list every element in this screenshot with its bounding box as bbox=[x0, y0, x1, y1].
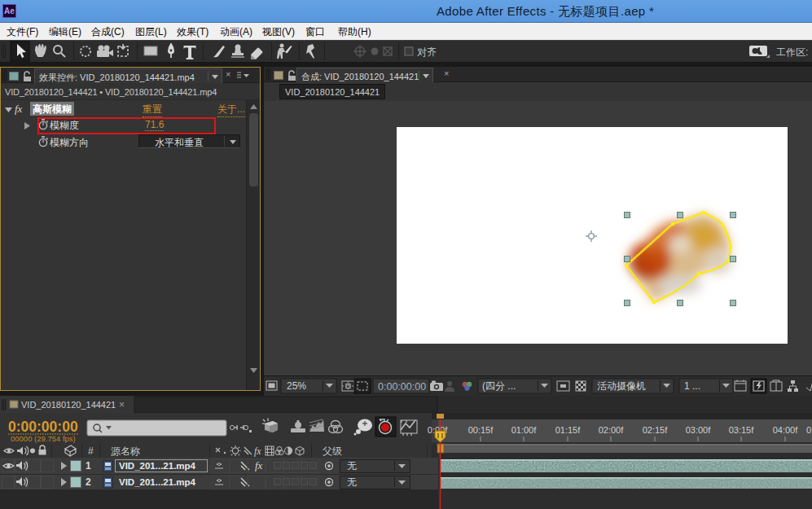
svg-text:00000 (29.754 fps): 00000 (29.754 fps) bbox=[11, 434, 76, 443]
svg-text:03:15f: 03:15f bbox=[729, 425, 755, 435]
svg-text:(四分 ...: (四分 ... bbox=[482, 380, 516, 392]
svg-text:fx: fx bbox=[254, 445, 261, 457]
svg-text:×: × bbox=[119, 399, 125, 410]
svg-text:02:00f: 02:00f bbox=[599, 425, 625, 435]
svg-text:VID_201...21.mp4: VID_201...21.mp4 bbox=[119, 477, 196, 487]
svg-text:父级: 父级 bbox=[323, 445, 342, 457]
svg-text:04:00f: 04:00f bbox=[773, 425, 799, 435]
svg-text:02:15f: 02:15f bbox=[643, 425, 669, 435]
svg-text:VID_201...21.mp4: VID_201...21.mp4 bbox=[119, 461, 196, 471]
svg-text:#: # bbox=[88, 445, 94, 457]
svg-text:00:15f: 00:15f bbox=[468, 425, 494, 435]
svg-text:对齐: 对齐 bbox=[417, 46, 437, 58]
svg-text:01:15f: 01:15f bbox=[555, 425, 582, 435]
svg-text:1 ...: 1 ... bbox=[684, 380, 700, 392]
svg-text:源名称: 源名称 bbox=[111, 445, 140, 457]
svg-text:01:00f: 01:00f bbox=[511, 425, 538, 435]
svg-text:0:00:00:00: 0:00:00:00 bbox=[378, 381, 426, 393]
svg-text:0: 0 bbox=[806, 425, 811, 435]
svg-text:活动摄像机: 活动摄像机 bbox=[597, 380, 646, 392]
svg-text:2: 2 bbox=[86, 476, 91, 488]
svg-text:无: 无 bbox=[347, 460, 357, 472]
svg-text:VID_20180120_144421: VID_20180120_144421 bbox=[21, 400, 116, 410]
svg-text:1: 1 bbox=[86, 460, 91, 472]
svg-text:25%: 25% bbox=[287, 380, 306, 392]
svg-text:无: 无 bbox=[347, 476, 357, 488]
svg-text:03:00f: 03:00f bbox=[686, 425, 712, 435]
svg-text:fx: fx bbox=[255, 459, 263, 472]
svg-text:0:00:00:00: 0:00:00:00 bbox=[8, 419, 78, 435]
svg-text:工作区:: 工作区: bbox=[776, 46, 808, 58]
